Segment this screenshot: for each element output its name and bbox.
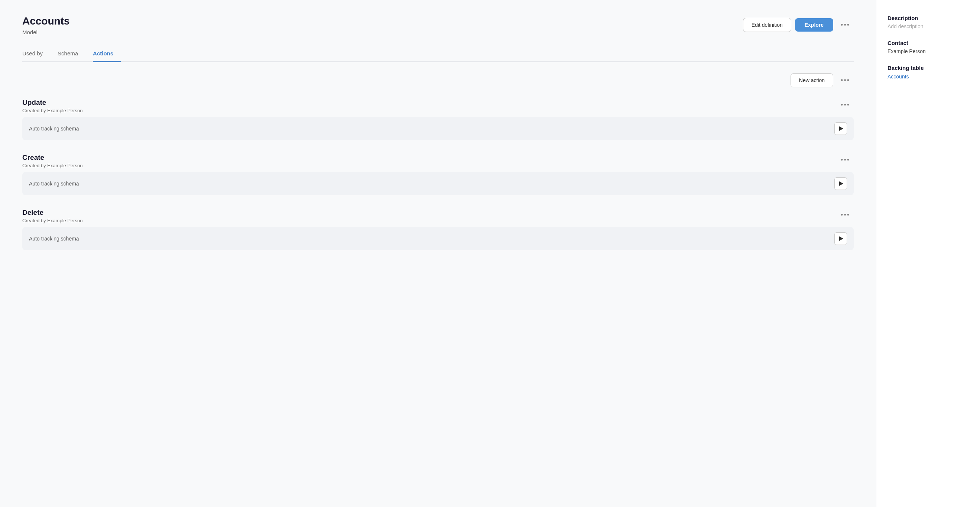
action-update-header: Update Created by Example Person •••	[22, 99, 854, 113]
sidebar-description-section: Description Add description	[888, 15, 969, 29]
action-create-schema-row: Auto tracking schema	[22, 172, 854, 195]
action-create-play-button[interactable]	[834, 177, 847, 190]
action-update-section: Update Created by Example Person ••• Aut…	[22, 99, 854, 140]
actions-toolbar: New action •••	[22, 73, 854, 87]
page-title: Accounts	[22, 15, 70, 27]
action-update-title-block: Update Created by Example Person	[22, 99, 83, 113]
tab-actions[interactable]: Actions	[93, 46, 121, 62]
action-create-schema-label: Auto tracking schema	[29, 181, 79, 187]
action-delete-creator: Created by Example Person	[22, 218, 83, 223]
actions-more-button[interactable]: •••	[837, 74, 854, 87]
sidebar-panel: Description Add description Contact Exam…	[876, 0, 980, 507]
action-create-creator: Created by Example Person	[22, 163, 83, 168]
action-delete-header: Delete Created by Example Person •••	[22, 209, 854, 223]
sidebar-contact-label: Contact	[888, 40, 969, 46]
title-block: Accounts Model	[22, 15, 70, 35]
new-action-button[interactable]: New action	[791, 73, 833, 87]
action-delete-name: Delete	[22, 209, 83, 217]
sidebar-backing-table-label: Backing table	[888, 65, 969, 71]
action-update-play-icon	[839, 126, 843, 131]
sidebar-description-label: Description	[888, 15, 969, 21]
action-update-schema-label: Auto tracking schema	[29, 126, 79, 132]
page-container: Accounts Model Edit definition Explore •…	[0, 0, 980, 507]
action-update-schema-row: Auto tracking schema	[22, 117, 854, 140]
action-create-more-button[interactable]: •••	[837, 153, 854, 166]
action-update-creator: Created by Example Person	[22, 108, 83, 113]
sidebar-backing-table-section: Backing table Accounts	[888, 65, 969, 80]
sidebar-contact-section: Contact Example Person	[888, 40, 969, 54]
action-create-section: Create Created by Example Person ••• Aut…	[22, 153, 854, 195]
action-update-play-button[interactable]	[834, 122, 847, 135]
sidebar-contact-value: Example Person	[888, 48, 969, 54]
action-create-header: Create Created by Example Person •••	[22, 153, 854, 168]
action-delete-schema-row: Auto tracking schema	[22, 227, 854, 250]
action-delete-section: Delete Created by Example Person ••• Aut…	[22, 209, 854, 250]
action-create-more-icon: •••	[841, 156, 850, 163]
action-delete-title-block: Delete Created by Example Person	[22, 209, 83, 223]
action-create-play-icon	[839, 182, 843, 186]
action-delete-play-button[interactable]	[834, 232, 847, 245]
actions-more-icon: •••	[841, 77, 850, 84]
main-content: Accounts Model Edit definition Explore •…	[0, 0, 876, 507]
tab-used-by[interactable]: Used by	[22, 46, 50, 62]
action-create-title-block: Create Created by Example Person	[22, 153, 83, 168]
explore-button[interactable]: Explore	[795, 18, 833, 32]
action-delete-more-button[interactable]: •••	[837, 209, 854, 221]
action-update-more-icon: •••	[841, 102, 850, 108]
action-delete-schema-label: Auto tracking schema	[29, 236, 79, 242]
action-update-more-button[interactable]: •••	[837, 99, 854, 111]
header-more-button[interactable]: •••	[837, 19, 854, 31]
header-more-icon: •••	[841, 22, 850, 28]
sidebar-backing-table-value[interactable]: Accounts	[888, 73, 909, 80]
action-delete-more-icon: •••	[841, 212, 850, 218]
header-actions: Edit definition Explore •••	[743, 18, 854, 32]
action-delete-play-icon	[839, 236, 843, 241]
header-row: Accounts Model Edit definition Explore •…	[22, 15, 854, 35]
edit-definition-button[interactable]: Edit definition	[743, 18, 791, 32]
tabs-row: Used by Schema Actions	[22, 46, 854, 62]
action-update-name: Update	[22, 99, 83, 107]
action-create-name: Create	[22, 153, 83, 162]
sidebar-description-placeholder[interactable]: Add description	[888, 24, 969, 29]
page-subtitle: Model	[22, 29, 70, 35]
tab-schema[interactable]: Schema	[57, 46, 86, 62]
